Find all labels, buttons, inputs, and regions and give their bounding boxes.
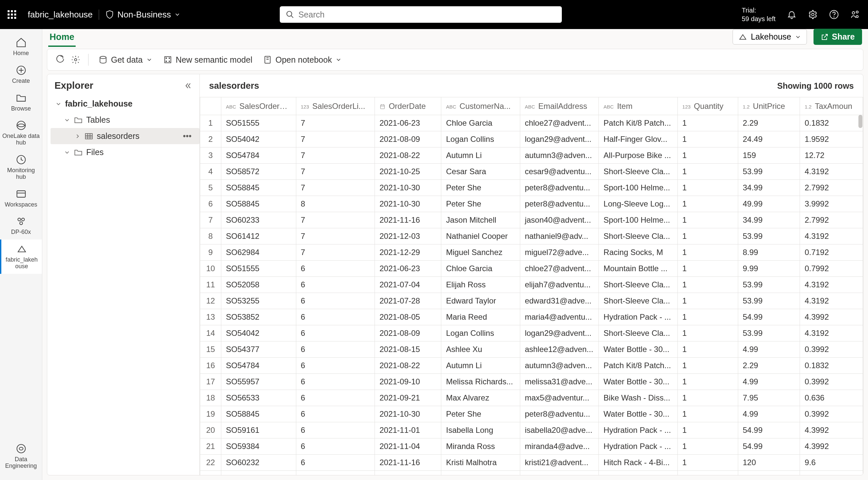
table-cell[interactable]: max5@adventur... <box>520 390 598 406</box>
table-row[interactable]: 14SO5404262021-08-09Logan Collinslogan29… <box>200 325 863 341</box>
table-cell[interactable]: SO60233 <box>221 471 296 475</box>
table-cell[interactable]: 49.99 <box>738 196 800 212</box>
table-cell[interactable]: SO54784 <box>221 357 296 374</box>
table-cell[interactable]: Miguel Sanchez <box>441 244 520 261</box>
trial-status[interactable]: Trial: 59 days left <box>742 6 776 23</box>
table-cell[interactable]: 23 <box>200 471 221 475</box>
table-cell[interactable]: 15 <box>200 341 221 357</box>
table-cell[interactable]: Elijah Ross <box>441 277 520 293</box>
table-cell[interactable]: 4.3992 <box>800 422 863 439</box>
table-cell[interactable]: 7 <box>296 244 375 261</box>
table-row[interactable]: 4SO5857272021-10-25Cesar Saracesar9@adve… <box>200 164 863 180</box>
rail-dp60x[interactable]: DP-60x <box>0 212 42 240</box>
table-cell[interactable]: Peter She <box>441 180 520 196</box>
table-row[interactable]: 16SO5478462021-08-22Autumn Liautumn3@adv… <box>200 357 863 374</box>
table-cell[interactable]: 5 <box>200 180 221 196</box>
table-row[interactable]: 13SO5385262021-08-05Maria Reedmaria4@adv… <box>200 309 863 325</box>
rail-home[interactable]: Home <box>0 33 42 61</box>
table-cell[interactable]: Melissa Richards... <box>441 374 520 390</box>
table-cell[interactable]: Jason Mitchell <box>441 471 520 475</box>
table-cell[interactable]: 4.99 <box>738 471 800 475</box>
rail-browse[interactable]: Browse <box>0 89 42 116</box>
table-cell[interactable]: 2021-07-04 <box>375 277 441 293</box>
table-cell[interactable]: 0.3992 <box>800 406 863 422</box>
table-cell[interactable]: 53.99 <box>738 293 800 309</box>
table-cell[interactable]: 1 <box>677 390 738 406</box>
table-cell[interactable]: Chloe Garcia <box>441 261 520 277</box>
table-cell[interactable]: 12.72 <box>800 147 863 164</box>
table-cell[interactable]: Short-Sleeve Cla... <box>599 325 677 341</box>
app-launcher-icon[interactable] <box>5 7 19 22</box>
table-cell[interactable]: 4 <box>200 164 221 180</box>
table-cell[interactable]: 12 <box>200 293 221 309</box>
table-cell[interactable]: Patch Kit/8 Patch... <box>599 115 677 131</box>
table-cell[interactable]: Hitch Rack - 4-Bi... <box>599 455 677 471</box>
table-cell[interactable]: 1 <box>677 196 738 212</box>
table-cell[interactable]: Peter She <box>441 196 520 212</box>
table-cell[interactable]: 54.99 <box>738 309 800 325</box>
table-cell[interactable]: 0.3992 <box>800 341 863 357</box>
table-cell[interactable]: 6 <box>296 390 375 406</box>
table-cell[interactable]: 53.99 <box>738 277 800 293</box>
table-cell[interactable]: SO51555 <box>221 115 296 131</box>
table-cell[interactable]: 0.7992 <box>800 261 863 277</box>
table-cell[interactable]: SO54377 <box>221 341 296 357</box>
share-button[interactable]: Share <box>813 29 862 45</box>
column-header[interactable]: ABCItem <box>599 97 677 115</box>
table-cell[interactable]: SO51555 <box>221 261 296 277</box>
table-cell[interactable]: maria4@adventu... <box>520 309 598 325</box>
tab-home[interactable]: Home <box>48 30 75 47</box>
tree-files[interactable]: Files <box>51 144 199 160</box>
table-cell[interactable]: Mountain Bottle ... <box>599 261 677 277</box>
table-cell[interactable]: 4.3192 <box>800 293 863 309</box>
table-cell[interactable]: 7 <box>296 131 375 147</box>
table-cell[interactable]: Jason Mitchell <box>441 212 520 228</box>
table-row[interactable]: 22SO6023262021-11-16Kristi Malhotrakrist… <box>200 455 863 471</box>
table-cell[interactable]: Logan Collins <box>441 325 520 341</box>
table-cell[interactable]: 1 <box>200 115 221 131</box>
rail-workspaces[interactable]: Workspaces <box>0 184 42 212</box>
column-header[interactable]: 1.2UnitPrice <box>738 97 800 115</box>
table-cell[interactable]: 20 <box>200 422 221 439</box>
table-cell[interactable]: 120 <box>738 455 800 471</box>
table-cell[interactable]: 2.7992 <box>800 180 863 196</box>
table-cell[interactable]: 34.99 <box>738 180 800 196</box>
table-cell[interactable]: Racing Socks, M <box>599 244 677 261</box>
table-cell[interactable]: melissa31@adve... <box>520 374 598 390</box>
table-cell[interactable]: Ashlee Xu <box>441 341 520 357</box>
table-cell[interactable]: Hydration Pack - ... <box>599 439 677 455</box>
table-cell[interactable]: autumn3@adven... <box>520 357 598 374</box>
table-cell[interactable]: 2021-08-09 <box>375 131 441 147</box>
table-cell[interactable]: Autumn Li <box>441 357 520 374</box>
table-cell[interactable]: 14 <box>200 325 221 341</box>
table-cell[interactable]: Short-Sleeve Cla... <box>599 164 677 180</box>
table-cell[interactable]: SO60232 <box>221 455 296 471</box>
collapse-panel-icon[interactable] <box>184 82 192 90</box>
table-cell[interactable]: 7 <box>200 212 221 228</box>
table-cell[interactable]: 1 <box>677 357 738 374</box>
table-cell[interactable]: 2021-06-23 <box>375 261 441 277</box>
table-cell[interactable]: 2021-06-23 <box>375 115 441 131</box>
table-cell[interactable]: 4.3192 <box>800 325 863 341</box>
table-cell[interactable]: Isabella Long <box>441 422 520 439</box>
table-cell[interactable]: 0.3992 <box>800 471 863 475</box>
rail-fabric-lakehouse[interactable]: fabric_lakeh ouse <box>0 240 42 274</box>
table-cell[interactable]: 1 <box>677 309 738 325</box>
column-header[interactable]: 1.2TaxAmoun <box>800 97 863 115</box>
tree-tables[interactable]: Tables <box>51 112 199 128</box>
table-cell[interactable]: Miranda Ross <box>441 439 520 455</box>
table-row[interactable]: 6SO5884582021-10-30Peter Shepeter8@adven… <box>200 196 863 212</box>
table-cell[interactable]: 1 <box>677 341 738 357</box>
table-cell[interactable]: SO62984 <box>221 244 296 261</box>
table-row[interactable]: 3SO5478472021-08-22Autumn Liautumn3@adve… <box>200 147 863 164</box>
table-cell[interactable]: Max Alvarez <box>441 390 520 406</box>
table-cell[interactable]: 2021-10-30 <box>375 180 441 196</box>
table-cell[interactable]: 6 <box>296 325 375 341</box>
table-cell[interactable]: chloe27@advent... <box>520 261 598 277</box>
table-cell[interactable]: 1 <box>677 422 738 439</box>
table-cell[interactable]: 7 <box>296 228 375 244</box>
table-cell[interactable]: 2 <box>200 131 221 147</box>
table-cell[interactable]: Half-Finger Glov... <box>599 131 677 147</box>
table-row[interactable]: 2SO5404272021-08-09Logan Collinslogan29@… <box>200 131 863 147</box>
table-cell[interactable]: Water Bottle - 30... <box>599 471 677 475</box>
